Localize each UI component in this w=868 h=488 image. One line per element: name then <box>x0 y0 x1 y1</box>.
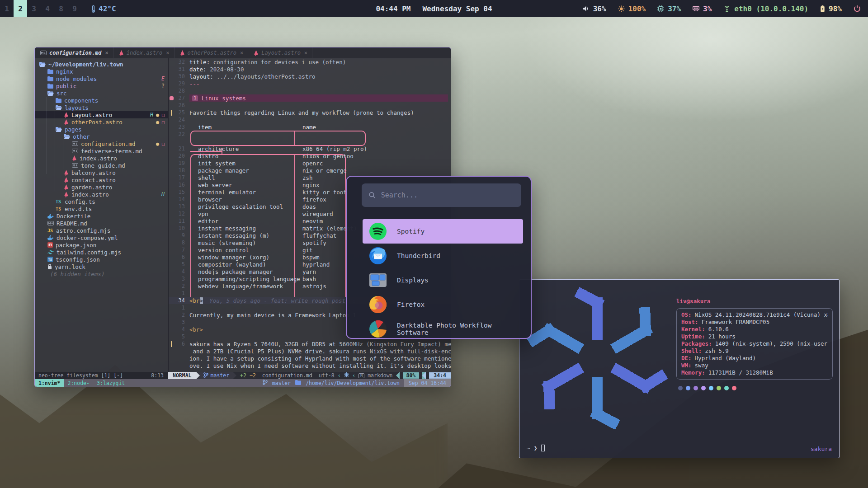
fetch-info-row: Memory:11731MiB / 31280MiB <box>681 369 828 376</box>
fetch-info-label: Host: <box>681 319 698 326</box>
tmux-window[interactable]: 3:lazygit <box>93 379 128 387</box>
tree-row[interactable]: src <box>35 89 168 97</box>
text: item <box>198 124 212 131</box>
tree-item-label: garden.astro <box>71 184 112 191</box>
tree-item-label: (6 hidden items) <box>50 271 104 277</box>
tree-row[interactable]: public? <box>35 82 168 89</box>
tray-item-volume[interactable]: 36% <box>583 5 606 13</box>
workspace-button[interactable]: 8 <box>54 0 68 17</box>
fetch-info-value: zsh 5.9 <box>705 347 729 355</box>
launcher-app-row[interactable]: Displays <box>363 268 523 292</box>
clock: 04:44 PM Wednesday Sep 04 <box>376 5 492 13</box>
app-label: Firefox <box>397 301 425 308</box>
neotree-file-explorer[interactable]: ~/Development/liv.townnginxnode_modulesE… <box>35 58 168 372</box>
md-icon <box>40 51 47 55</box>
editor-tab[interactable]: configuration.md× <box>35 47 113 58</box>
terminal-cursor <box>541 445 545 451</box>
line-number: 8 <box>174 239 189 246</box>
tree-row[interactable]: Dockerfile <box>35 212 168 220</box>
line-number: 15 <box>174 189 189 195</box>
launcher-search[interactable] <box>362 183 521 207</box>
tree-item-label: README.md <box>57 220 87 227</box>
power-button[interactable] <box>854 5 861 12</box>
text: yarn <box>302 268 316 275</box>
text: version control <box>198 247 249 253</box>
tray-item-battery[interactable]: 98% <box>820 5 842 13</box>
docker-icon <box>47 214 54 219</box>
line-number: 6 <box>174 341 189 347</box>
tray-value: 98% <box>829 5 842 13</box>
text: kitty or foot <box>302 189 347 196</box>
launcher-app-row[interactable]: Spotify <box>363 219 523 244</box>
tree-item-label: Layout.astro <box>71 112 112 118</box>
text: ion. I have a setup consisting of Hyprla… <box>189 355 451 362</box>
launcher-app-row[interactable]: Darktable Photo Workflow Software <box>363 317 523 339</box>
tree-item-label: tsconfig.json <box>56 256 100 263</box>
tray-item-memory[interactable]: 3% <box>693 5 712 13</box>
tree-row[interactable]: yarn.lock <box>35 263 168 270</box>
editor-tab[interactable]: Layout.astro× <box>248 47 312 58</box>
fetch-info-value: 21 hours <box>708 333 736 340</box>
code-line <box>169 138 451 145</box>
workspace-button[interactable]: 2 <box>14 0 27 17</box>
tree-row[interactable]: components <box>35 97 168 104</box>
editor-tab[interactable]: otherPost.astro× <box>175 47 249 58</box>
tray-item-brightness[interactable]: 100% <box>618 5 646 13</box>
tree-row[interactable]: README.md <box>35 220 168 227</box>
workspace-button[interactable]: 4 <box>41 0 54 17</box>
indent-guide <box>55 104 55 133</box>
tree-row[interactable]: JSastro.config.mjs <box>35 227 168 234</box>
fetch-info-row: Shell:zsh 5.9 <box>681 347 828 355</box>
tree-row[interactable]: TSenv.d.ts <box>35 205 168 212</box>
palette-dot <box>724 386 729 390</box>
tree-item-label: nginx <box>56 68 73 75</box>
folder-icon <box>47 84 53 89</box>
text: <br <box>189 297 200 304</box>
line-number: 23 <box>174 124 189 130</box>
tree-row[interactable]: index.astroH <box>35 191 168 198</box>
tree-item-marks: ●□ <box>156 119 165 125</box>
tmux-git-branch: master <box>272 380 291 386</box>
svg-text:TS: TS <box>56 206 61 211</box>
line-number: 3 <box>174 319 189 325</box>
tree-item-label: fediverse-terms.md <box>81 148 142 155</box>
text: zsh <box>302 174 313 181</box>
astro-icon <box>64 112 69 118</box>
editor-tab[interactable]: index.astro× <box>113 47 175 58</box>
tree-row[interactable]: ~/Development/liv.town <box>35 61 168 68</box>
tab-close-icon: × <box>166 50 169 56</box>
workspace-button[interactable]: 1 <box>0 0 14 17</box>
tree-row[interactable]: TStsconfig.json <box>35 256 168 263</box>
git-branch-icon <box>203 372 208 379</box>
shell-prompt[interactable]: ~ ❯ <box>527 445 545 451</box>
tree-row[interactable]: TSconfig.ts <box>35 198 168 205</box>
text: shell <box>198 174 215 181</box>
workspace-button[interactable]: 9 <box>68 0 81 17</box>
tree-row[interactable]: package.json <box>35 241 168 249</box>
search-input[interactable] <box>381 191 514 199</box>
tray-item-cpu[interactable]: 37% <box>657 5 681 13</box>
line-number: 27 <box>174 95 189 101</box>
astro-icon <box>64 177 69 183</box>
text: init system <box>198 160 236 167</box>
svg-text:TS: TS <box>48 258 52 262</box>
tree-row[interactable]: (6 hidden items) <box>35 270 168 277</box>
tmux-window[interactable]: 2:node- <box>64 379 93 387</box>
tree-row[interactable]: docker-compose.yml <box>35 234 168 241</box>
workspace-button[interactable]: 3 <box>27 0 41 17</box>
launcher-app-row[interactable]: Firefox <box>363 292 523 317</box>
h1-title: Linux systems <box>202 95 246 102</box>
tmux-window[interactable]: 1:nvim* <box>35 379 64 387</box>
tree-mark: ● <box>156 112 159 118</box>
tab-close-icon: × <box>304 50 307 56</box>
separator-glyph: ‹ <box>352 372 355 379</box>
change-sign-icon <box>171 110 172 116</box>
launcher-app-row[interactable]: Thunderbird <box>363 244 523 268</box>
tree-row[interactable]: node_modulesE <box>35 75 168 82</box>
folder-icon <box>295 380 301 385</box>
line-number: 1 <box>174 305 189 311</box>
tree-row[interactable]: tailwind.config.mjs <box>35 249 168 256</box>
tree-row[interactable]: nginx <box>35 68 168 75</box>
tray-item-network[interactable]: eth0 (10.0.0.140) <box>723 5 808 13</box>
filetype-label: markdown <box>368 372 392 379</box>
